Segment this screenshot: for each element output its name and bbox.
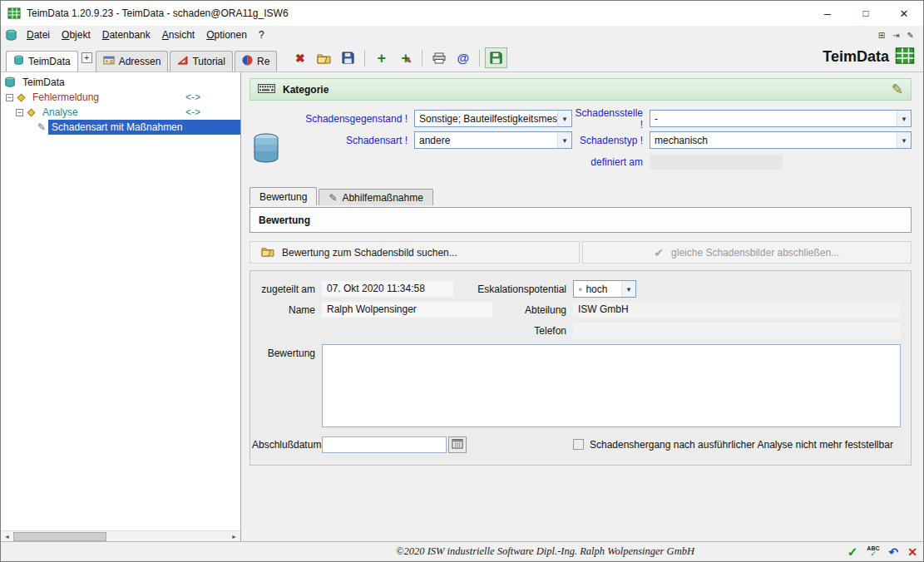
minimize-button[interactable]: – [808, 1, 847, 26]
telefon-field [573, 323, 901, 338]
checkbox-icon[interactable] [573, 439, 584, 450]
definiert-am-field [650, 155, 783, 170]
tab-label: Adressen [119, 56, 161, 67]
dock-icon[interactable]: ⊞ [878, 31, 885, 40]
database-stack-icon [251, 132, 281, 168]
bewertung-actions: Bewertung zum Schadensbild suchen... ✔ g… [250, 241, 912, 264]
diamond-icon [27, 108, 36, 116]
add-button[interactable]: + [370, 47, 393, 68]
menu-datenbank[interactable]: Datenbank [96, 27, 156, 42]
menu-optionen[interactable]: Optionen [200, 27, 253, 42]
tab-bewertung[interactable]: Bewertung [250, 187, 317, 205]
feststellbar-checkbox-group[interactable]: Schadenshergang nach ausführlicher Analy… [573, 439, 893, 451]
window-controls: – □ ✕ [808, 1, 923, 26]
schadenstyp-label: Schadenstyp ! [572, 135, 643, 146]
scroll-right-icon[interactable]: ► [228, 534, 240, 540]
tab-re[interactable]: Re [235, 51, 277, 71]
open-button[interactable] [313, 47, 335, 68]
schadensbild-suchen-button[interactable]: Bewertung zum Schadensbild suchen... [250, 241, 580, 264]
collapse-icon[interactable]: − [16, 109, 23, 116]
add-tab-icon[interactable]: + [82, 52, 92, 63]
tree-item-fehlermeldung[interactable]: − Fehlermeldung <-> [1, 90, 240, 105]
re-icon [242, 55, 253, 68]
schadensstelle-dropdown[interactable]: - ▾ [650, 110, 912, 127]
tag-icon: ✎ [37, 120, 46, 135]
tab-tutorial[interactable]: Tutorial [170, 51, 233, 71]
menu-objekt[interactable]: Objekt [56, 27, 96, 42]
floppy-icon [342, 52, 354, 64]
delete-record-button[interactable]: ✖ [289, 47, 311, 68]
tab-label: Tutorial [192, 56, 225, 67]
edit-icon[interactable]: ✎ [907, 31, 914, 40]
tab-teimdata[interactable]: TeimData [6, 51, 78, 71]
save-button[interactable] [337, 47, 359, 68]
collapse-icon[interactable]: − [6, 94, 13, 101]
chevron-down-icon[interactable]: ▾ [557, 111, 571, 126]
schadenstyp-dropdown[interactable]: mechanisch ▾ [650, 131, 912, 149]
calendar-icon [452, 438, 463, 451]
print-button[interactable] [427, 47, 450, 68]
abschlussdatum-input[interactable] [322, 436, 447, 453]
tab-adressen[interactable]: Adressen [96, 51, 169, 71]
tree-root[interactable]: TeimData [1, 75, 240, 90]
scrollbar-thumb[interactable] [13, 532, 106, 541]
plus-pencil-icon: +✎ [402, 52, 411, 65]
chevron-down-icon[interactable]: ▾ [897, 111, 911, 126]
add-edit-button[interactable]: +✎ [394, 47, 417, 68]
spellcheck-icon[interactable]: ABC ✓ [867, 545, 879, 558]
menu-help[interactable]: ? [253, 27, 270, 42]
app-window: TeimData 1.20.9.23 - TeimData - schaden@… [0, 0, 924, 562]
horizontal-scrollbar[interactable]: ◄ ► [1, 530, 240, 541]
tab-abhilfemassnahme[interactable]: ✎ Abhilfemaßnahme [319, 189, 432, 205]
form-row: Abschlußdatum Schadenshergang nach ausfü… [252, 434, 904, 455]
brand-logo-icon [895, 46, 915, 68]
schadensart-dropdown[interactable]: andere ▾ [414, 131, 572, 149]
chevron-down-icon[interactable]: ▾ [557, 132, 571, 148]
address-card-icon [103, 56, 115, 67]
toolbar-separator [364, 50, 365, 67]
tab-label: Bewertung [259, 191, 307, 203]
calendar-button[interactable] [448, 436, 467, 453]
zugeteilt-am-field: 07. Okt 2020 11:34:58 [322, 281, 453, 297]
zugeteilt-am-label: zugeteilt am [252, 283, 315, 295]
schadensgegenstand-label: Schadensgegenstand ! [250, 113, 408, 125]
edit-pencil-icon[interactable]: ✎ [892, 81, 903, 98]
tree-item-analyse[interactable]: − Analyse <-> [1, 105, 240, 120]
cancel-icon[interactable]: ✕ [907, 545, 917, 559]
maximize-button[interactable]: □ [847, 1, 885, 26]
delete-icon: ✖ [295, 52, 305, 65]
schadensstelle-label: Schadensstelle ! [572, 107, 643, 131]
scroll-left-icon[interactable]: ◄ [1, 534, 13, 540]
category-row: Schadensgegenstand ! Sonstige; Bauteilfe… [250, 108, 912, 129]
tree-item-label: Schadensart mit Maßnahmen [49, 120, 185, 135]
title-bar: TeimData 1.20.9.23 - TeimData - schaden@… [1, 1, 923, 26]
close-button[interactable]: ✕ [885, 1, 923, 26]
tree-item-schadensart[interactable]: ✎ Schadensart mit Maßnahmen Sonstige; Ba… [1, 120, 240, 135]
bewertung-title: Bewertung [259, 214, 310, 226]
chevron-down-icon[interactable]: ▾ [897, 132, 911, 148]
confirm-icon[interactable]: ✓ [847, 545, 858, 560]
pin-icon[interactable]: ⇥ [892, 31, 899, 40]
category-title: Kategorie [283, 84, 329, 96]
chevron-down-icon[interactable]: ▾ [621, 281, 635, 297]
database-icon[interactable] [5, 29, 17, 42]
abschlussdatum-label: Abschlußdatum [252, 439, 319, 451]
bewertung-textarea[interactable] [322, 344, 901, 427]
category-row: definiert am [250, 151, 912, 172]
category-form: Schadensgegenstand ! Sonstige; Bauteilfe… [241, 101, 923, 175]
save-record-button[interactable] [485, 47, 507, 68]
database-icon [4, 76, 16, 88]
eskalationspotential-dropdown[interactable]: ● hoch ▾ [573, 280, 636, 298]
schadensbilder-abschliessen-button[interactable]: ✔ gleiche Schadensbilder abschließen... [582, 241, 912, 264]
tree-item-value: <-> [185, 90, 200, 105]
bewertung-section-header: Bewertung [250, 207, 912, 233]
undo-icon[interactable]: ↶ [889, 545, 899, 559]
at-icon: @ [457, 51, 469, 65]
schadensgegenstand-dropdown[interactable]: Sonstige; Bauteilfestigkeitsmessung; Bau… [414, 110, 572, 127]
eskalationspotential-label: Eskalationspotential [453, 283, 566, 295]
email-button[interactable]: @ [452, 47, 474, 68]
detail-tabstrip: Bewertung ✎ Abhilfemaßnahme [250, 187, 923, 205]
bewertung-label: Bewertung [252, 344, 315, 359]
menu-datei[interactable]: Datei [21, 27, 56, 42]
menu-ansicht[interactable]: Ansicht [156, 27, 200, 42]
